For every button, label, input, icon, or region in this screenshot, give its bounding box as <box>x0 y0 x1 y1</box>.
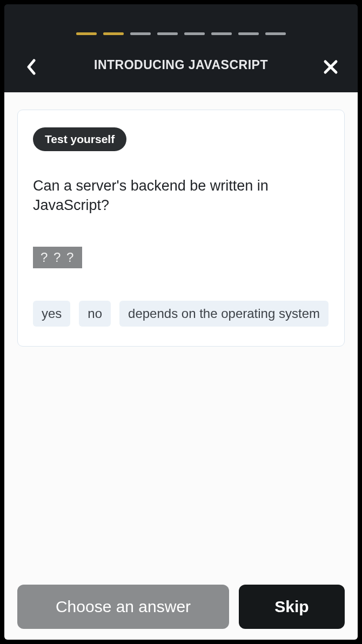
card-badge: Test yourself <box>33 127 126 151</box>
lesson-body: Test yourself Can a server's backend be … <box>4 92 358 640</box>
progress-segment <box>130 32 151 35</box>
progress-segment <box>157 32 178 35</box>
back-button[interactable] <box>21 56 42 78</box>
progress-segment <box>238 32 259 35</box>
question-text: Can a server's backend be written in Jav… <box>33 176 329 215</box>
lesson-title: INTRODUCING JAVASCRIPT <box>94 58 268 72</box>
progress-segment <box>211 32 232 35</box>
submit-button[interactable]: Choose an answer <box>17 585 229 629</box>
close-icon <box>323 59 338 74</box>
footer-actions: Choose an answer Skip <box>17 585 345 629</box>
progress-segment <box>103 32 124 35</box>
quiz-card: Test yourself Can a server's backend be … <box>17 110 345 347</box>
answer-slot[interactable]: ? ? ? <box>33 247 82 268</box>
progress-segment <box>184 32 205 35</box>
chevron-left-icon <box>26 59 37 75</box>
answer-option[interactable]: no <box>79 301 111 327</box>
progress-segment <box>265 32 286 35</box>
close-button[interactable] <box>320 56 341 78</box>
lesson-header: INTRODUCING JAVASCRIPT <box>4 4 358 92</box>
answer-option[interactable]: yes <box>33 301 70 327</box>
answer-option[interactable]: depends on the operating system <box>119 301 329 327</box>
answer-options: yes no depends on the operating system <box>33 301 329 327</box>
progress-segment <box>76 32 97 35</box>
progress-bar <box>4 32 358 35</box>
skip-button[interactable]: Skip <box>239 585 345 629</box>
